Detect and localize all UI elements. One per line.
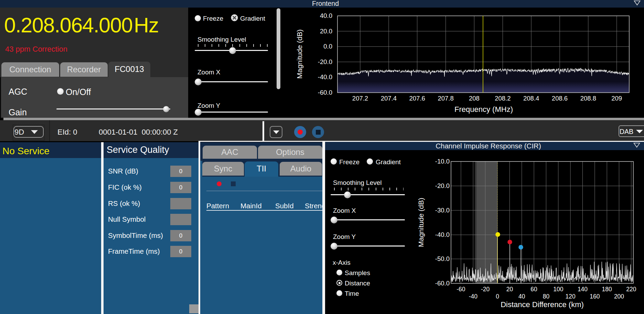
svg-text:160: 160	[590, 293, 600, 300]
svg-text:Frequency (MHz): Frequency (MHz)	[454, 105, 513, 114]
svg-text:-40.0: -40.0	[318, 73, 332, 81]
svg-text:-20.0: -20.0	[318, 58, 332, 65]
svg-text:-40.0: -40.0	[435, 231, 450, 238]
svg-text:80: 80	[543, 293, 550, 300]
svg-text:-40: -40	[469, 293, 478, 300]
svg-text:20.0: 20.0	[320, 28, 332, 35]
svg-text:208.8: 208.8	[580, 95, 596, 102]
svg-text:40: 40	[518, 293, 525, 300]
svg-text:0.0: 0.0	[323, 43, 332, 50]
svg-text:200: 200	[614, 293, 624, 300]
svg-text:180: 180	[602, 286, 612, 293]
svg-text:100: 100	[553, 286, 563, 293]
svg-text:-20.0: -20.0	[435, 182, 450, 189]
svg-text:40.0: 40.0	[320, 12, 332, 19]
svg-text:Magnitude (dB): Magnitude (dB)	[417, 198, 425, 247]
svg-text:208.6: 208.6	[552, 95, 568, 102]
svg-text:20: 20	[506, 286, 513, 293]
svg-text:Distance Difference (km): Distance Difference (km)	[501, 300, 584, 309]
svg-text:-60.0: -60.0	[318, 89, 332, 96]
svg-text:0: 0	[496, 293, 499, 300]
svg-text:208: 208	[469, 95, 480, 102]
svg-text:-60: -60	[457, 286, 465, 293]
svg-text:120: 120	[565, 293, 575, 300]
svg-text:140: 140	[578, 286, 588, 293]
svg-text:207.4: 207.4	[381, 95, 397, 102]
svg-text:207.6: 207.6	[409, 95, 425, 102]
svg-text:208.4: 208.4	[523, 95, 539, 102]
svg-text:-10.0: -10.0	[435, 158, 450, 165]
svg-text:207.2: 207.2	[352, 95, 368, 102]
svg-text:209: 209	[611, 95, 622, 102]
svg-text:-20: -20	[481, 286, 490, 293]
svg-text:60: 60	[530, 286, 537, 293]
svg-text:-30.0: -30.0	[435, 207, 450, 214]
svg-text:220: 220	[626, 286, 636, 293]
svg-text:-60.0: -60.0	[435, 280, 450, 287]
svg-text:207.8: 207.8	[438, 95, 453, 102]
svg-text:Magnitude (dB): Magnitude (dB)	[296, 29, 303, 79]
svg-text:208.2: 208.2	[495, 95, 511, 102]
svg-text:-50.0: -50.0	[435, 255, 450, 262]
